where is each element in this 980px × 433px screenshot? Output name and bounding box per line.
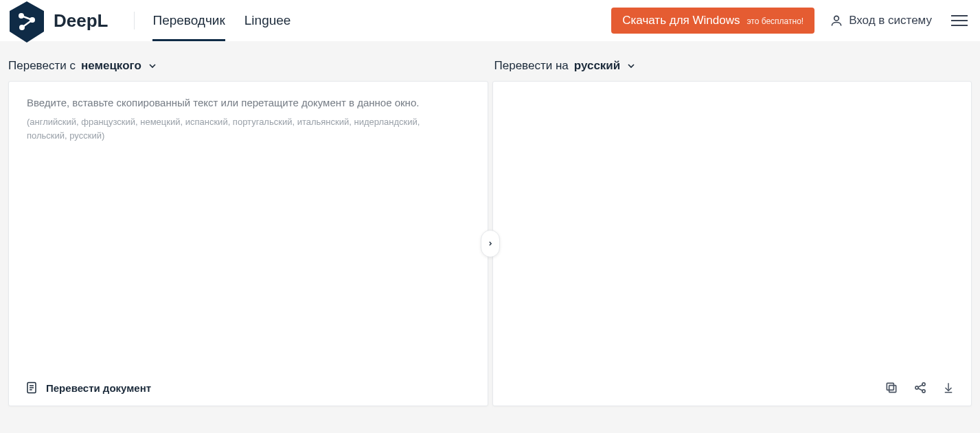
chevron-down-icon — [626, 60, 637, 71]
download-badge: это бесплатно! — [747, 16, 804, 26]
target-language-select[interactable]: Перевести на русский — [494, 59, 637, 81]
brand-name: DeepL — [54, 10, 108, 32]
target-prefix: Перевести на — [494, 59, 569, 73]
svg-line-17 — [918, 388, 923, 390]
svg-rect-12 — [887, 383, 893, 390]
source-langs-hint: (английский, французский, немецкий, испа… — [27, 115, 439, 142]
logo[interactable]: DeepL — [8, 0, 108, 44]
translate-document-button[interactable]: Перевести документ — [25, 381, 151, 395]
svg-point-6 — [834, 16, 839, 21]
source-panel[interactable]: Введите, вставьте скопированный текст ил… — [8, 81, 488, 406]
share-button[interactable] — [913, 381, 927, 395]
source-textarea[interactable]: Введите, вставьте скопированный текст ил… — [9, 82, 488, 157]
source-prefix: Перевести с — [8, 59, 76, 73]
svg-rect-11 — [889, 386, 896, 393]
svg-marker-0 — [10, 1, 44, 43]
target-language: русский — [574, 59, 621, 73]
svg-line-16 — [918, 385, 923, 387]
login-link[interactable]: Вход в систему — [830, 14, 932, 27]
divider — [134, 12, 135, 30]
swap-languages-button[interactable] — [481, 230, 500, 257]
target-panel — [492, 81, 972, 406]
header: DeepL Переводчик Linguee Скачать для Win… — [0, 0, 980, 41]
download-translation-button[interactable] — [942, 381, 955, 395]
nav-translator[interactable]: Переводчик — [152, 0, 225, 41]
nav: Переводчик Linguee — [152, 0, 290, 41]
user-icon — [830, 14, 843, 27]
nav-linguee[interactable]: Linguee — [244, 0, 291, 41]
download-label: Скачать для Windows — [622, 14, 740, 27]
chevron-down-icon — [147, 60, 158, 71]
download-button[interactable]: Скачать для Windows это бесплатно! — [611, 8, 814, 34]
source-language-select[interactable]: Перевести с немецкого — [8, 59, 158, 81]
translation-panels: Введите, вставьте скопированный текст ил… — [8, 81, 972, 406]
menu-button[interactable] — [947, 11, 972, 30]
document-icon — [25, 381, 38, 395]
logo-icon — [8, 0, 45, 44]
copy-button[interactable] — [885, 381, 898, 395]
translate-document-label: Перевести документ — [46, 382, 151, 394]
source-language: немецкого — [81, 59, 141, 73]
source-placeholder: Введите, вставьте скопированный текст ил… — [27, 97, 470, 108]
login-label: Вход в систему — [849, 14, 932, 27]
main: Перевести с немецкого Перевести на русск… — [0, 41, 980, 406]
